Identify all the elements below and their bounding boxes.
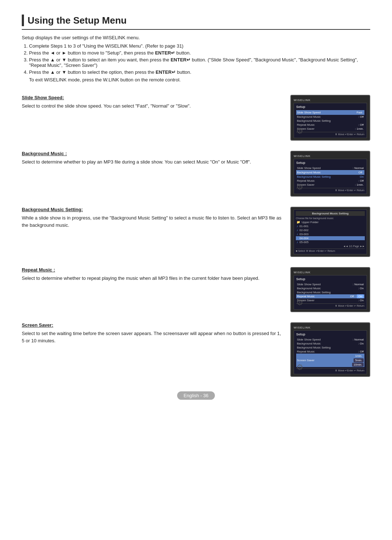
body-screensaver: Select to set the waiting time before th… — [22, 330, 284, 344]
body-repeat: Select to determine whether to repeat pl… — [22, 275, 284, 282]
heading-background-music: Background Music : — [22, 151, 284, 156]
tv-row-4-1: Background Music: On — [296, 286, 364, 290]
tv-row-1-3: Repeat Music: Off — [296, 123, 364, 127]
tv-inner-1: Setup Slide Show SpeedFast Background Mu… — [294, 103, 367, 138]
tv-setup-label-4: Setup — [296, 277, 364, 281]
section-slide-show-speed: Slide Show Speed: Select to control the … — [22, 88, 370, 141]
step-4: Press the ▲ or ▼ button to select the op… — [29, 69, 370, 75]
section-text-background-music: Background Music : Select to determine w… — [22, 144, 284, 166]
tv-screen-4: WISELINK Setup Slide Show Speed: Normal … — [290, 267, 370, 312]
tv-bms-row-5: ♪05-005 — [296, 240, 365, 244]
tv-bms-footer: ■ Select ⬆ Move ↵Enter ↩ Return — [296, 249, 365, 253]
tv-row-5-4: Screen Saver 1min. 5min. 10min. — [296, 354, 364, 367]
tv-row-4-2: Background Music Setting — [296, 290, 364, 294]
tv-row-5-3: Repeat Music: Off — [296, 350, 364, 354]
tv-brand-5: WISELINK — [294, 326, 367, 329]
section-text-screensaver: Screen Saver: Select to set the waiting … — [22, 316, 284, 344]
body-slide-show-speed: Select to control the slide show speed. … — [22, 102, 284, 110]
tv-row-2-4: Screen Saver: 1min. — [296, 183, 364, 187]
tv-inner-4: Setup Slide Show Speed: Normal Backgroun… — [294, 275, 367, 310]
tv-inner-5: Setup Slide Show Speed: Normal Backgroun… — [294, 330, 367, 374]
tv-row-1-0: Slide Show SpeedFast — [296, 110, 364, 115]
heading-screensaver: Screen Saver: — [22, 322, 284, 328]
tv-bms-row-4: ♪04-004 — [296, 236, 365, 240]
section-text-repeat: Repeat Music : Select to determine wheth… — [22, 261, 284, 282]
tv-footer-5: ⬆ Move ↵Enter ↩ Return — [296, 368, 364, 372]
body-bms: While a slide show is in progress, use t… — [22, 214, 284, 229]
tv-row-1-1: Background Music: Off — [296, 115, 364, 119]
tv-bms-row-0: 📁Upper Folder — [296, 220, 365, 224]
tv-row-2-2: Background Music SettingOn — [296, 175, 364, 179]
tv-brand-4: WISELINK — [294, 271, 367, 274]
heading-bms: Background Music Setting: — [22, 207, 284, 212]
tv-row-4-0: Slide Show Speed: Normal — [296, 282, 364, 286]
tv-inner-3: Background Music Setting Choose file for… — [294, 209, 367, 254]
tv-row-5-2: Background Music Setting — [296, 346, 364, 350]
step-2: Press the ◄ or ► button to move to "Setu… — [29, 50, 370, 56]
section-text-bms: Background Music Setting: While a slide … — [22, 200, 284, 229]
footer-badge: English - 36 — [177, 391, 215, 400]
tv-row-1-2: Background Music Setting — [296, 119, 364, 123]
intro-text: Setup displays the user settings of the … — [22, 35, 370, 40]
tv-bms-row-2: ♪02-002 — [296, 228, 365, 232]
tv-gear-1: ⚙ — [296, 126, 303, 136]
tv-bms-row-1: ♪01-001 — [296, 224, 365, 228]
tv-row-2-1: Background MusicOff — [296, 170, 364, 175]
main-content: Slide Show Speed: Select to control the … — [22, 88, 370, 380]
section-text-slide-show-speed: Slide Show Speed: Select to control the … — [22, 88, 284, 110]
numbered-list: Complete Steps 1 to 3 of "Using the WISE… — [29, 43, 370, 75]
section-repeat-music: Repeat Music : Select to determine wheth… — [22, 261, 370, 312]
page-title: Using the Setup Menu — [22, 15, 370, 30]
tv-row-4-4: Screen Saver: On — [296, 298, 364, 302]
tv-setup-label-2: Setup — [296, 161, 364, 165]
tv-row-2-0: Slide Show Speed: Normal — [296, 166, 364, 170]
tv-gear-4: ⚙ — [296, 298, 303, 307]
section-screen-saver: Screen Saver: Select to set the waiting … — [22, 316, 370, 377]
section-background-music: Background Music : Select to determine w… — [22, 144, 370, 197]
tv-row-5-1: Background Music: On — [296, 342, 364, 346]
tv-screen-3: Background Music Setting Choose file for… — [290, 207, 370, 257]
step-5-text: To exit WISELINK mode, press the W.LINK … — [29, 77, 370, 82]
tv-screen-2: WISELINK Setup Slide Show Speed: Normal … — [290, 151, 370, 197]
step-3: Press the ▲ or ▼ button to select an ite… — [29, 57, 370, 68]
step-1: Complete Steps 1 to 3 of "Using the WISE… — [29, 43, 370, 49]
tv-gear-5: ⚙ — [296, 363, 303, 372]
tv-inner-2: Setup Slide Show Speed: Normal Backgroun… — [294, 159, 367, 194]
tv-footer-2: ⬆ Move ↵Enter ↩ Return — [296, 188, 364, 192]
tv-row-5-0: Slide Show Speed: Normal — [296, 338, 364, 342]
tv-row-4-3: Repeat Music Off On — [296, 294, 364, 298]
tv-brand-1: WISELINK — [294, 98, 367, 102]
tv-screen-5: WISELINK Setup Slide Show Speed: Normal … — [290, 322, 370, 377]
heading-repeat: Repeat Music : — [22, 267, 284, 273]
section-background-music-setting: Background Music Setting: While a slide … — [22, 200, 370, 257]
body-background-music: Select to determine whether to play an M… — [22, 158, 284, 166]
tv-gear-2: ⚙ — [296, 182, 303, 192]
tv-bms-sub: Choose file for background music — [296, 217, 365, 219]
tv-bms-title: Background Music Setting — [296, 211, 365, 216]
page-footer: English - 36 — [22, 391, 370, 400]
tv-bms-row-3: ♪03-003 — [296, 232, 365, 236]
heading-slide-show-speed: Slide Show Speed: — [22, 95, 284, 100]
tv-bms-pagination: ◄◄ 1/1 Page ►► — [296, 245, 365, 247]
tv-footer-4: ⬆ Move ↵Enter ↩ Return — [296, 303, 364, 307]
tv-row-1-4: Screen Saver: 1min. — [296, 127, 364, 131]
tv-row-2-3: Repeat Music: Off — [296, 179, 364, 183]
tv-setup-label-5: Setup — [296, 333, 364, 336]
tv-brand-2: WISELINK — [294, 154, 367, 158]
tv-screen-1: WISELINK Setup Slide Show SpeedFast Back… — [290, 95, 370, 141]
tv-footer-1: ⬆ Move ↵Enter ↩ Return — [296, 132, 364, 136]
tv-setup-label-1: Setup — [296, 105, 364, 109]
